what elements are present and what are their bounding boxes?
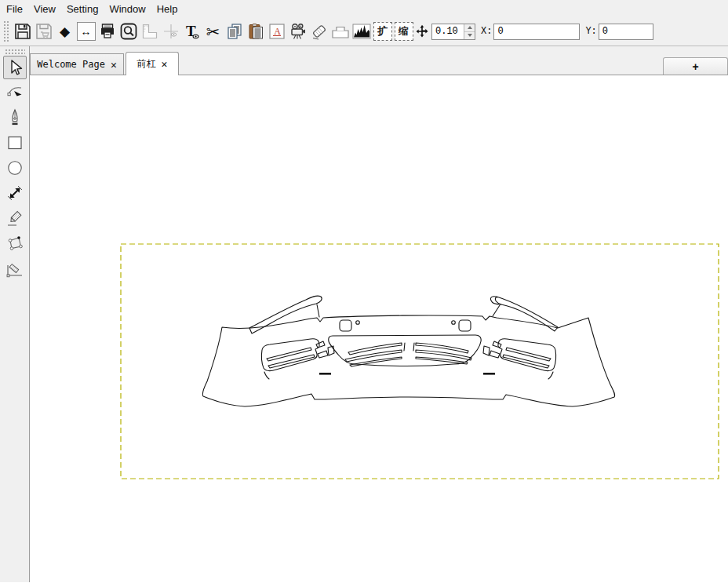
preview-button[interactable] <box>118 20 139 42</box>
copy-icon <box>225 22 244 41</box>
svg-text:A: A <box>274 26 281 37</box>
expand-icon: 扩 <box>373 22 392 41</box>
node-edit-icon <box>5 83 24 102</box>
save-order-button[interactable] <box>33 20 54 42</box>
node-edit-tool-button[interactable] <box>3 81 27 104</box>
scissors-icon: ✂ <box>206 24 220 40</box>
pouch-icon <box>330 22 351 41</box>
close-icon[interactable]: ✕ <box>162 58 168 70</box>
paste-icon <box>246 22 265 41</box>
y-label: Y: <box>585 26 596 37</box>
shrink-icon: 缩 <box>395 22 413 41</box>
crosshair-visibility-button[interactable] <box>160 20 181 42</box>
corner-ruler-icon <box>140 22 159 41</box>
histogram-icon <box>351 22 372 41</box>
toolbar-grip[interactable] <box>3 20 9 42</box>
fit-width-button[interactable]: ↔ <box>75 20 96 42</box>
ellipse-tool-button[interactable] <box>3 156 27 180</box>
step-value-input[interactable] <box>432 24 464 39</box>
knife-tool-button[interactable] <box>3 206 27 230</box>
expand-button[interactable]: 扩 <box>372 20 393 42</box>
magnifier-icon <box>119 22 138 41</box>
step-spinbox <box>431 24 475 40</box>
arrow-down-icon <box>468 34 472 37</box>
crosshair-eye-icon <box>162 22 180 41</box>
tab-bar: Welcome Page ✕ 前杠 ✕ + <box>30 46 728 75</box>
drawing-canvas[interactable] <box>30 75 728 582</box>
shrink-button[interactable]: 缩 <box>393 20 414 42</box>
x-label: X: <box>481 26 492 37</box>
select-tool-button[interactable] <box>3 56 27 79</box>
save-icon <box>13 22 32 41</box>
pen-tool-button[interactable] <box>3 106 27 129</box>
rectangle-tool-button[interactable] <box>3 131 27 155</box>
copy-button[interactable] <box>224 20 245 42</box>
camera-button[interactable] <box>287 20 308 42</box>
text-eye-icon: T <box>183 22 202 41</box>
palette-grip[interactable] <box>5 49 25 54</box>
font-a-icon: A <box>268 22 286 41</box>
close-icon[interactable]: ✕ <box>111 59 117 71</box>
menu-bar: File View Setting Window Help <box>0 0 728 17</box>
bumper-outline[interactable] <box>202 296 614 406</box>
step-up-button[interactable] <box>464 24 475 31</box>
measure-tool-button[interactable] <box>3 257 27 280</box>
diamond-icon: ◆ <box>60 25 70 38</box>
tab-welcome-label: Welcome Page <box>37 59 105 70</box>
printer-icon <box>98 22 117 41</box>
bumper-drawing <box>30 75 728 582</box>
ellipse-icon <box>5 159 24 177</box>
scale-tool-button[interactable] <box>3 181 27 205</box>
menu-file[interactable]: File <box>6 2 23 16</box>
horizontal-arrow-icon: ↔ <box>77 22 96 41</box>
print-button[interactable] <box>96 20 118 42</box>
node-mode-button[interactable]: ◆ <box>54 20 75 42</box>
cut-button[interactable]: ✂ <box>202 20 224 42</box>
cursor-arrow-icon <box>5 58 24 77</box>
pen-icon <box>5 108 24 127</box>
menu-help[interactable]: Help <box>157 2 178 16</box>
paste-button[interactable] <box>245 20 266 42</box>
diagonal-arrow-icon <box>5 184 24 202</box>
move-icon <box>415 24 429 38</box>
polygon-node-icon <box>5 234 24 253</box>
app-window: File View Setting Window Help ◆ <box>0 0 728 583</box>
tab-front-bumper-label: 前杠 <box>137 57 156 71</box>
selection-marquee[interactable] <box>121 244 719 479</box>
polygon-edit-tool-button[interactable] <box>3 231 27 255</box>
font-button[interactable]: A <box>266 20 287 42</box>
eraser-icon <box>310 22 329 41</box>
step-down-button[interactable] <box>464 31 475 39</box>
ruler-button[interactable] <box>139 20 160 42</box>
menu-window[interactable]: Window <box>109 2 145 16</box>
measure-icon <box>5 259 24 278</box>
save-cart-icon <box>35 22 53 41</box>
movie-camera-icon <box>289 22 308 41</box>
knife-icon <box>5 209 24 228</box>
tool-palette <box>0 46 30 582</box>
tab-welcome-page[interactable]: Welcome Page ✕ <box>30 53 124 75</box>
text-visibility-button[interactable]: T <box>181 20 202 42</box>
pouch-button[interactable] <box>329 20 351 42</box>
tab-front-bumper[interactable]: 前杠 ✕ <box>126 52 179 75</box>
x-coordinate-input[interactable] <box>493 24 580 40</box>
histogram-button[interactable] <box>351 20 372 42</box>
menu-view[interactable]: View <box>34 2 56 16</box>
eraser-button[interactable] <box>308 20 329 42</box>
add-tab-button[interactable]: + <box>663 57 728 75</box>
menu-setting[interactable]: Setting <box>67 2 98 16</box>
save-button[interactable] <box>12 20 33 42</box>
y-coordinate-input[interactable] <box>599 24 653 40</box>
rectangle-icon <box>5 133 24 152</box>
arrow-up-icon <box>468 26 472 29</box>
move-step-button[interactable] <box>414 20 430 42</box>
toolbar: ◆ ↔ <box>0 17 728 46</box>
